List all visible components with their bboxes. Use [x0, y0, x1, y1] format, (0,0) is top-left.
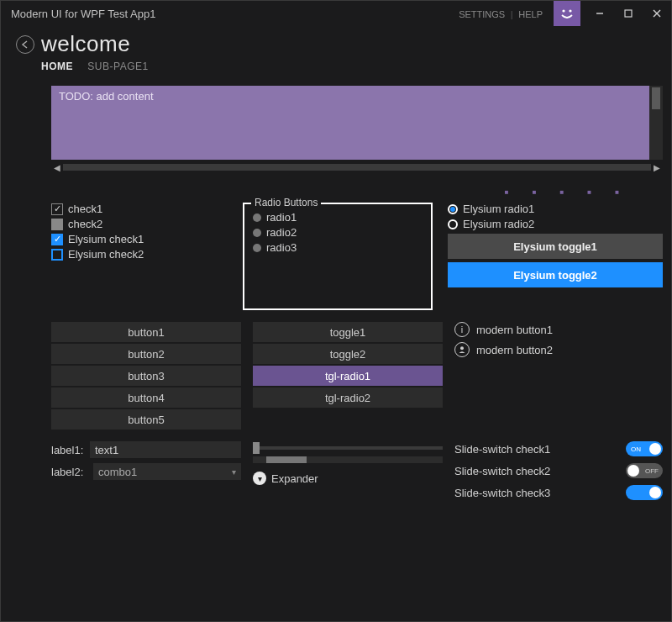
button2[interactable]: button2: [51, 344, 241, 364]
elysium-radio1-dot[interactable]: [448, 204, 458, 214]
button1[interactable]: button1: [51, 322, 241, 342]
elysium-check2-box[interactable]: [51, 249, 63, 261]
user-icon: [454, 342, 470, 357]
toggle1[interactable]: toggle1: [253, 322, 443, 342]
button4[interactable]: button4: [51, 387, 241, 408]
expander[interactable]: ▾ Expander: [253, 472, 443, 485]
feedback-smiley-button[interactable]: [554, 1, 580, 26]
todo-content-box[interactable]: TODO: add content: [51, 86, 649, 160]
button5[interactable]: button5: [51, 409, 241, 430]
radio-group: Radio Buttons radio1 radio2 radio3: [243, 203, 433, 310]
slide-switch1-label: Slide-switch check1: [454, 443, 550, 456]
toggle2[interactable]: toggle2: [253, 344, 443, 364]
modern-button2[interactable]: modern button2: [454, 342, 663, 357]
loading-dots: ■■■■■: [51, 173, 663, 203]
elysium-radio2-dot[interactable]: [448, 219, 458, 229]
back-button[interactable]: [16, 35, 34, 54]
elysium-check2-label: Elysium check2: [68, 248, 144, 261]
tab-home[interactable]: HOME: [41, 61, 73, 72]
app-title: Modern UI for WPF Test App1: [11, 8, 155, 20]
scroll-right-icon[interactable]: ▶: [651, 163, 663, 172]
tgl-radio1[interactable]: tgl-radio1: [253, 366, 443, 386]
elysium-radio1-label: Elysium radio1: [463, 203, 534, 215]
slide-switch3[interactable]: [626, 485, 663, 500]
label2: label2:: [51, 466, 88, 478]
modern-button1[interactable]: imodern button1: [454, 322, 663, 337]
radio-group-legend: Radio Buttons: [251, 197, 321, 208]
slider-thumb[interactable]: [253, 442, 260, 454]
settings-link[interactable]: SETTINGS: [459, 9, 505, 19]
slide-switch2-label: Slide-switch check2: [454, 465, 550, 477]
progress-bar: [253, 456, 443, 463]
radio3-dot[interactable]: [253, 244, 261, 252]
slide-switch2[interactable]: OFF: [626, 463, 663, 478]
maximize-button[interactable]: [614, 1, 643, 26]
elysium-toggle2[interactable]: Elysium toggle2: [448, 262, 663, 287]
svg-point-0: [562, 9, 564, 12]
page-header: welcome: [1, 26, 671, 59]
horizontal-scrollbar[interactable]: ◀ ▶: [51, 161, 663, 173]
minimize-button[interactable]: [585, 1, 614, 26]
svg-rect-3: [625, 10, 632, 17]
close-button[interactable]: [643, 1, 671, 26]
svg-point-6: [460, 346, 464, 350]
check1-label: check1: [68, 203, 102, 215]
page-title: welcome: [41, 31, 130, 57]
radio1-dot[interactable]: [253, 213, 261, 222]
button3[interactable]: button3: [51, 366, 241, 386]
radio3-label: radio3: [266, 241, 297, 254]
info-icon: i: [454, 322, 470, 337]
svg-point-1: [569, 9, 571, 12]
elysium-check1-box[interactable]: ✓: [51, 234, 63, 245]
vertical-scrollbar[interactable]: [649, 86, 663, 160]
tabs: HOME SUB-PAGE1: [1, 59, 671, 77]
check2-label: check2: [68, 218, 102, 230]
slider[interactable]: [253, 446, 443, 450]
slide-switch1[interactable]: ON: [626, 441, 663, 456]
tgl-radio2[interactable]: tgl-radio2: [253, 387, 443, 408]
radio1-label: radio1: [266, 211, 297, 224]
check2-box[interactable]: [51, 219, 63, 230]
slide-switch3-label: Slide-switch check3: [454, 487, 550, 499]
text1-input[interactable]: [90, 441, 241, 458]
elysium-toggle1[interactable]: Elysium toggle1: [448, 234, 663, 259]
scroll-left-icon[interactable]: ◀: [51, 163, 63, 172]
elysium-radio2-label: Elysium radio2: [463, 218, 534, 230]
help-link[interactable]: HELP: [518, 9, 543, 19]
chevron-down-icon: ▾: [253, 472, 266, 485]
titlebar: Modern UI for WPF Test App1 SETTINGS | H…: [1, 1, 671, 26]
radio2-dot[interactable]: [253, 229, 261, 237]
elysium-check1-label: Elysium check1: [68, 233, 144, 245]
label1: label1:: [51, 444, 85, 456]
tab-subpage1[interactable]: SUB-PAGE1: [87, 61, 148, 72]
combo1[interactable]: combo1: [93, 463, 241, 480]
radio2-label: radio2: [266, 226, 297, 239]
check1-box[interactable]: ✓: [51, 203, 63, 215]
separator: |: [511, 9, 513, 19]
